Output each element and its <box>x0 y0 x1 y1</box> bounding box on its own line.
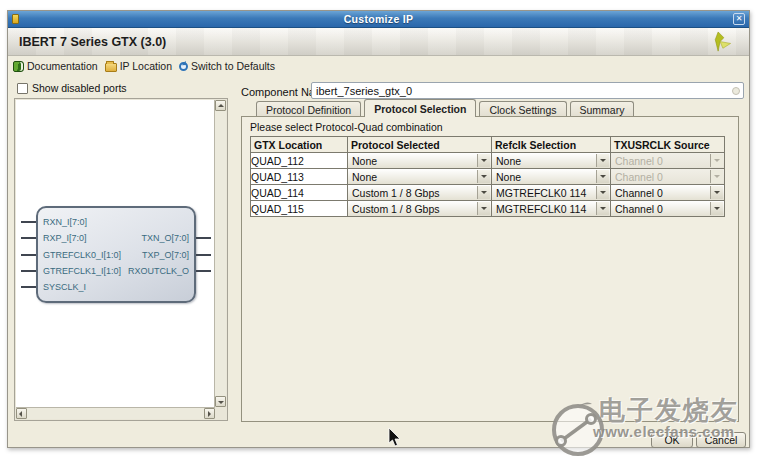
cancel-button[interactable]: Cancel <box>696 432 746 448</box>
dropdown-value: MGTREFCLK0 114 <box>496 203 586 215</box>
instruction-text: Please select Protocol-Quad combination <box>250 121 443 133</box>
chevron-down-icon <box>477 186 490 199</box>
port-label: GTREFCLK0_I[1:0] <box>43 250 121 260</box>
chevron-down-icon <box>477 154 490 167</box>
gtx-location-cell: QUAD_113 <box>251 169 348 185</box>
port-label: RXP_I[7:0] <box>43 233 87 243</box>
port-row: RXN_I[7:0] <box>38 216 194 228</box>
protocol-selection-panel: Please select Protocol-Quad combination … <box>241 116 739 422</box>
vertical-scrollbar[interactable] <box>214 100 226 407</box>
port-label: SYSCLK_I <box>43 282 86 292</box>
gtx-location-cell: QUAD_112 <box>251 153 348 169</box>
documentation-book-icon <box>13 61 24 72</box>
title-bar[interactable]: Customize IP ✕ <box>8 11 749 28</box>
chevron-down-icon <box>596 170 609 183</box>
ip-location-label: IP Location <box>120 60 172 72</box>
ok-button[interactable]: OK <box>651 432 693 448</box>
ip-title: IBERT 7 Series GTX (3.0) <box>19 35 166 49</box>
window-title: Customize IP <box>8 13 749 25</box>
gtx-location-cell: QUAD_114 <box>251 185 348 201</box>
dropdown-value: Channel 0 <box>615 203 663 215</box>
tab-bar: Protocol Definition Protocol Selection C… <box>256 100 637 117</box>
dropdown-value: Custom 1 / 8 Gbps <box>352 203 440 215</box>
ip-block-symbol: RXN_I[7:0] RXP_I[7:0] TXN_O[7:0] GTREFCL… <box>36 206 196 303</box>
dropdown-value: None <box>496 171 521 183</box>
dropdown-value: MGTREFCLK0 114 <box>496 187 586 199</box>
horizontal-scrollbar[interactable] <box>16 407 215 419</box>
chevron-down-icon <box>596 186 609 199</box>
col-header-protocol-selected: Protocol Selected <box>348 137 492 153</box>
refclk-selection-dropdown[interactable]: None <box>492 169 610 184</box>
show-disabled-ports-checkbox[interactable] <box>17 83 28 94</box>
chevron-down-icon <box>596 154 609 167</box>
txusrclk-source-dropdown[interactable]: Channel 0 <box>611 201 724 216</box>
port-label: GTREFCLK1_I[1:0] <box>43 266 121 276</box>
protocol-selected-dropdown[interactable]: None <box>348 153 491 168</box>
xilinx-logo-icon <box>709 31 733 54</box>
dropdown-value: None <box>352 171 377 183</box>
gtx-location-cell: QUAD_115 <box>251 201 348 217</box>
port-label: TXN_O[7:0] <box>141 233 189 243</box>
documentation-button[interactable]: Documentation <box>13 60 98 72</box>
arrow-left-icon <box>19 411 22 417</box>
dropdown-value: Custom 1 / 8 Gbps <box>352 187 440 199</box>
port-label: RXOUTCLK_O <box>128 266 189 276</box>
scroll-down-button[interactable] <box>215 396 226 407</box>
refresh-icon <box>179 62 188 71</box>
dropdown-value: Channel 0 <box>615 171 663 183</box>
field-status-icon <box>732 87 740 95</box>
switch-to-defaults-button[interactable]: Switch to Defaults <box>179 60 275 72</box>
folder-icon <box>105 63 117 72</box>
refclk-selection-dropdown[interactable]: None <box>492 153 610 168</box>
tab-clock-settings[interactable]: Clock Settings <box>479 101 566 117</box>
port-label: RXN_I[7:0] <box>43 217 87 227</box>
scroll-left-button[interactable] <box>16 408 27 419</box>
protocol-selected-dropdown[interactable]: Custom 1 / 8 Gbps <box>348 185 491 200</box>
refclk-selection-dropdown[interactable]: MGTREFCLK0 114 <box>492 201 610 216</box>
arrow-down-icon <box>218 401 224 404</box>
switch-to-defaults-label: Switch to Defaults <box>191 60 275 72</box>
txusrclk-source-dropdown: Channel 0 <box>611 169 724 184</box>
customize-ip-dialog: Customize IP ✕ IBERT 7 Series GTX (3.0) … <box>7 10 750 448</box>
tab-protocol-selection[interactable]: Protocol Selection <box>364 99 476 117</box>
chevron-down-icon <box>477 202 490 215</box>
col-header-txusrclk-source: TXUSRCLK Source <box>611 137 725 153</box>
documentation-label: Documentation <box>27 60 98 72</box>
chevron-down-icon <box>477 170 490 183</box>
show-disabled-ports-label: Show disabled ports <box>32 82 127 94</box>
table-row: QUAD_112 None None Channel 0 <box>251 153 725 169</box>
table-row: QUAD_114 Custom 1 / 8 Gbps MGTREFCLK0 11… <box>251 185 725 201</box>
chevron-down-icon <box>710 170 723 183</box>
chevron-down-icon <box>710 186 723 199</box>
tab-protocol-definition[interactable]: Protocol Definition <box>256 101 361 117</box>
protocol-selected-dropdown[interactable]: Custom 1 / 8 Gbps <box>348 201 491 216</box>
chevron-down-icon <box>710 154 723 167</box>
port-row: GTREFCLK0_I[1:0] TXP_O[7:0] <box>38 249 194 261</box>
txusrclk-source-dropdown: Channel 0 <box>611 153 724 168</box>
dropdown-value: None <box>496 155 521 167</box>
refclk-selection-dropdown[interactable]: MGTREFCLK0 114 <box>492 185 610 200</box>
table-row: QUAD_113 None None Channel 0 <box>251 169 725 185</box>
table-header-row: GTX Location Protocol Selected Refclk Se… <box>251 137 725 153</box>
scroll-right-button[interactable] <box>204 408 215 419</box>
port-row: SYSCLK_I <box>38 281 194 293</box>
tab-summary[interactable]: Summary <box>570 101 635 117</box>
txusrclk-source-dropdown[interactable]: Channel 0 <box>611 185 724 200</box>
dropdown-value: None <box>352 155 377 167</box>
col-header-gtx-location: GTX Location <box>251 137 348 153</box>
arrow-right-icon <box>208 411 211 417</box>
protocol-selected-dropdown[interactable]: None <box>348 169 491 184</box>
scroll-up-button[interactable] <box>215 100 226 111</box>
arrow-up-icon <box>218 104 224 107</box>
chevron-down-icon <box>596 202 609 215</box>
component-name-input[interactable] <box>311 82 744 99</box>
close-icon[interactable]: ✕ <box>733 13 745 25</box>
dialog-header: IBERT 7 Series GTX (3.0) <box>8 28 749 56</box>
port-row: RXP_I[7:0] TXN_O[7:0] <box>38 232 194 244</box>
table-row: QUAD_115 Custom 1 / 8 Gbps MGTREFCLK0 11… <box>251 201 725 217</box>
port-label: TXP_O[7:0] <box>142 250 189 260</box>
ip-location-button[interactable]: IP Location <box>105 60 172 72</box>
port-row: GTREFCLK1_I[1:0] RXOUTCLK_O <box>38 265 194 277</box>
dropdown-value: Channel 0 <box>615 187 663 199</box>
show-disabled-ports-row: Show disabled ports <box>17 82 127 94</box>
